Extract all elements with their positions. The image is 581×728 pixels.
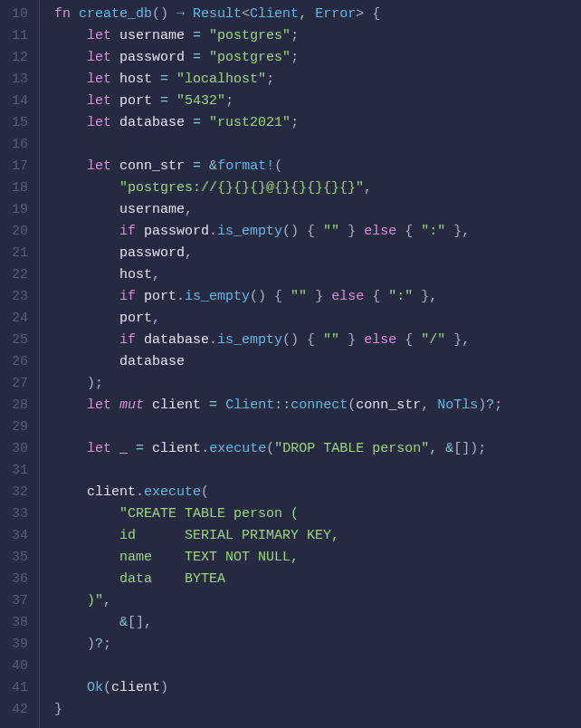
- token-amp: &: [209, 158, 217, 174]
- token-pun: ,: [421, 398, 437, 413]
- token-ty: Ok: [87, 680, 103, 695]
- token-pun: [54, 28, 87, 43]
- code-line[interactable]: }: [54, 699, 502, 721]
- token-kw: let: [87, 441, 111, 456]
- token-pun: [201, 398, 209, 413]
- code-line[interactable]: let _ = client.execute("DROP TABLE perso…: [54, 438, 502, 460]
- line-number: 32: [7, 482, 28, 503]
- token-pun: [144, 441, 152, 456]
- token-pun: }: [54, 702, 62, 717]
- token-op: =: [160, 93, 168, 109]
- line-number: 19: [7, 199, 28, 221]
- token-pun: ): [54, 637, 95, 652]
- code-line[interactable]: let port = "5432";: [54, 91, 502, 112]
- token-kw: else: [364, 332, 396, 348]
- line-number: 22: [7, 264, 28, 286]
- token-pun: [111, 158, 119, 174]
- token-op: ::: [274, 398, 290, 413]
- token-pun: ,: [364, 180, 372, 196]
- token-op: =: [160, 72, 168, 87]
- code-line[interactable]: if port.is_empty() { "" } else { ":" },: [54, 286, 502, 308]
- token-var: conn_str: [119, 158, 185, 174]
- token-pun: },: [445, 332, 470, 348]
- code-line[interactable]: let host = "localhost";: [54, 69, 502, 91]
- code-line[interactable]: )?;: [54, 634, 502, 656]
- line-number: 23: [7, 286, 28, 308]
- code-line[interactable]: "postgres://{}{}{}@{}{}{}{}{}",: [54, 177, 502, 199]
- token-ty: Result: [193, 6, 242, 22]
- token-pun: (: [274, 158, 282, 174]
- code-line[interactable]: if password.is_empty() { "" } else { ":"…: [54, 221, 502, 243]
- code-line[interactable]: let mut client = Client::connect(conn_st…: [54, 395, 502, 417]
- token-pun: [168, 93, 176, 109]
- code-line[interactable]: );: [54, 373, 502, 395]
- token-pun: [152, 72, 160, 87]
- token-pun: [54, 93, 87, 109]
- token-pun: .: [209, 332, 217, 348]
- code-line[interactable]: [54, 460, 502, 482]
- code-line[interactable]: let username = "postgres";: [54, 25, 502, 47]
- code-line[interactable]: )",: [54, 590, 502, 612]
- code-line[interactable]: &[],: [54, 612, 502, 634]
- token-pun: {: [396, 224, 421, 239]
- code-editor[interactable]: 1011121314151617181920212223242526272829…: [0, 0, 581, 728]
- code-line[interactable]: username,: [54, 199, 502, 221]
- code-line[interactable]: password,: [54, 243, 502, 264]
- token-pun: [54, 158, 87, 174]
- token-str: "postgres": [209, 50, 290, 65]
- line-number: 31: [7, 460, 28, 482]
- code-line[interactable]: id SERIAL PRIMARY KEY,: [54, 525, 502, 547]
- line-number: 26: [7, 351, 28, 373]
- token-var: client: [111, 680, 160, 695]
- code-line[interactable]: "CREATE TABLE person (: [54, 503, 502, 525]
- token-str: "/": [421, 332, 445, 348]
- token-str: ":": [388, 289, 413, 304]
- token-pun: ): [160, 680, 168, 695]
- line-number: 27: [7, 373, 28, 395]
- line-number: 21: [7, 243, 28, 264]
- line-number: 42: [7, 699, 28, 721]
- code-line[interactable]: host,: [54, 264, 502, 286]
- code-line[interactable]: name TEXT NOT NULL,: [54, 547, 502, 569]
- token-pun: {: [364, 289, 388, 304]
- token-var: database: [144, 332, 209, 348]
- token-fn: execute: [209, 441, 266, 456]
- token-op: =: [209, 398, 217, 413]
- code-line[interactable]: fn create_db() → Result<Client, Error> {: [54, 4, 502, 25]
- token-pun: [54, 224, 119, 239]
- token-var: conn_str: [356, 398, 421, 413]
- token-pun: ;: [494, 398, 502, 413]
- token-var: _: [119, 441, 128, 456]
- code-line[interactable]: if database.is_empty() { "" } else { "/"…: [54, 330, 502, 351]
- token-ty: Client: [225, 398, 274, 413]
- code-line[interactable]: Ok(client): [54, 677, 502, 699]
- token-kw: let: [87, 93, 111, 109]
- token-pun: .: [176, 289, 185, 304]
- token-pun: [54, 202, 119, 217]
- token-kw: if: [119, 289, 136, 304]
- code-line[interactable]: [54, 417, 502, 438]
- token-pun: [54, 680, 87, 695]
- token-str: "CREATE TABLE person (: [119, 506, 299, 522]
- token-pun: () {: [250, 289, 290, 304]
- token-str: "localhost": [176, 72, 266, 87]
- token-pun: [111, 93, 119, 109]
- code-line[interactable]: port,: [54, 308, 502, 330]
- code-line[interactable]: [54, 134, 502, 156]
- line-number: 15: [7, 112, 28, 134]
- code-line[interactable]: let database = "rust2021";: [54, 112, 502, 134]
- code-line[interactable]: client.execute(: [54, 482, 502, 503]
- token-pun: [54, 72, 87, 87]
- token-pun: ;: [266, 72, 274, 87]
- token-pun: [111, 72, 119, 87]
- token-pun: [217, 398, 225, 413]
- code-line[interactable]: let password = "postgres";: [54, 47, 502, 69]
- code-line[interactable]: database: [54, 351, 502, 373]
- line-number: 41: [7, 677, 28, 699]
- token-pun: [111, 50, 119, 65]
- token-fn: create_db: [79, 6, 152, 22]
- code-line[interactable]: [54, 656, 502, 677]
- code-area[interactable]: fn create_db() → Result<Client, Error> {…: [40, 0, 502, 728]
- code-line[interactable]: data BYTEA: [54, 569, 502, 590]
- code-line[interactable]: let conn_str = &format!(: [54, 156, 502, 177]
